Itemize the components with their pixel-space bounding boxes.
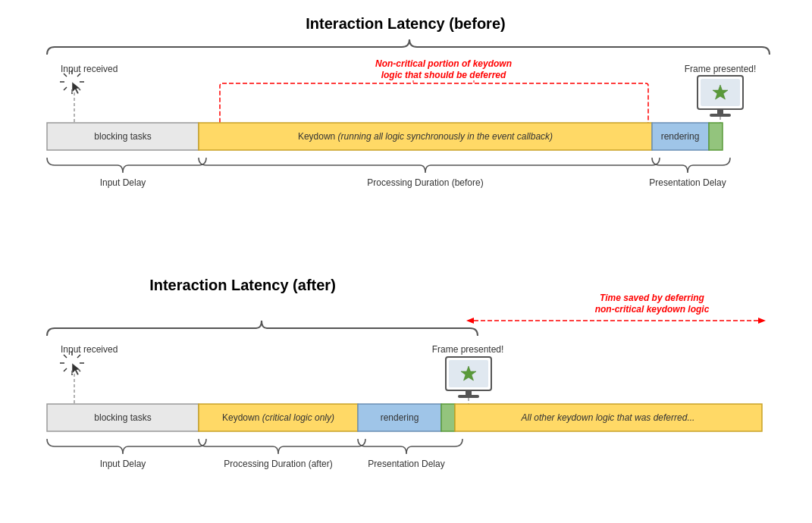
keydown-text-bottom: Keydown (critical logic only) [222,412,334,423]
svg-line-17 [64,355,67,358]
bottom-title: Interaction Latency (after) [149,277,336,293]
input-received-label-bottom: Input received [61,344,118,355]
presentation-brace-top [652,158,730,173]
blocking-tasks-text-bottom: blocking tasks [94,412,151,423]
top-title: Interaction Latency (before) [306,15,505,32]
red-annotation-top: Non-critical portion of keydown [375,58,512,69]
svg-marker-8 [72,82,80,94]
blocking-tasks-text-top: blocking tasks [94,131,151,142]
presentation-text-top: Presentation Delay [649,177,726,188]
keydown-text-top: Keydown (running all logic synchronously… [298,131,553,142]
processing-text-bottom: Processing Duration (after) [224,459,332,469]
input-delay-brace-top [47,158,206,173]
full-brace-top [47,39,770,55]
processing-text-top: Processing Duration (before) [367,177,483,188]
processing-brace-top [199,158,660,173]
red-dashed-box [220,83,648,124]
processing-brace-bottom [199,439,365,454]
time-saved-arrow-right [758,318,766,324]
green-cap-bottom [441,404,455,431]
svg-rect-12 [710,114,731,117]
red-annotation-top2: logic that should be deferred [381,70,506,80]
full-brace-bottom [47,321,478,336]
svg-line-14 [77,355,80,358]
time-saved-line2: non-critical keydown logic [595,304,710,315]
input-delay-brace-bottom [47,439,206,454]
deferred-text-bottom: All other keydown logic that was deferre… [521,412,695,423]
input-received-label-top: Input received [61,64,118,74]
svg-rect-25 [458,395,479,398]
rendering-text-bottom: rendering [381,412,419,423]
rendering-text-top: rendering [661,131,700,142]
frame-presented-label-top: Frame presented! [685,64,757,74]
green-cap-top [709,123,723,150]
input-delay-text-bottom: Input Delay [100,459,146,469]
time-saved-line1: Time saved by deferring [600,293,705,303]
svg-marker-21 [72,363,80,375]
frame-presented-label-bottom: Frame presented! [432,344,504,355]
presentation-text-bottom: Presentation Delay [368,459,444,469]
svg-line-6 [64,87,67,90]
input-delay-text-top: Input Delay [100,177,146,188]
svg-line-19 [64,368,67,371]
time-saved-arrow-left [466,318,474,324]
presentation-brace-bottom [358,439,462,454]
